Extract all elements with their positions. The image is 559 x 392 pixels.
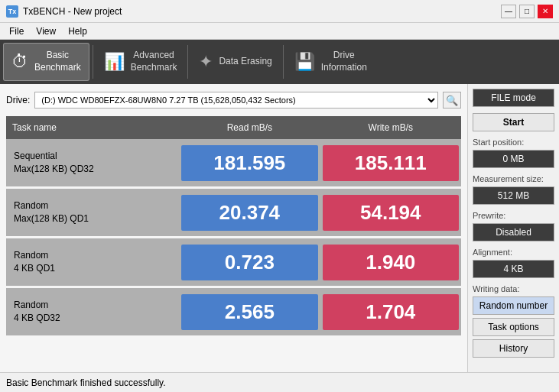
benchmark-table: Task name Read mB/s Write mB/s Sequentia…: [6, 116, 461, 335]
measurement-size-value[interactable]: 512 MB: [473, 186, 554, 205]
toolbar-sep-1: [93, 45, 93, 79]
toolbar-sep-2: [187, 45, 188, 79]
toolbar-drive-information[interactable]: 💾 Drive Information: [287, 43, 375, 81]
write-value: 185.111: [323, 145, 459, 181]
menu-view[interactable]: View: [30, 24, 62, 38]
table-row: Random Max(128 KB) QD120.37454.194: [6, 189, 461, 236]
file-mode-button[interactable]: FILE mode: [473, 89, 554, 107]
table-row: Random 4 KB QD322.5651.704: [6, 288, 461, 335]
read-value: 20.374: [181, 195, 317, 231]
col-header-read: Read mB/s: [179, 116, 320, 139]
read-value-cell: 20.374: [179, 189, 320, 236]
main-content: Drive: (D:) WDC WD80EFZX-68UW8N0 7.27 TB…: [0, 84, 559, 372]
start-button[interactable]: Start: [473, 113, 554, 131]
read-value-cell: 2.565: [179, 288, 320, 335]
write-value: 1.940: [323, 245, 459, 280]
toolbar-advanced-benchmark[interactable]: 📊 Advanced Benchmark: [96, 43, 185, 81]
start-position-label: Start position:: [473, 138, 554, 147]
table-header-row: Task name Read mB/s Write mB/s: [6, 116, 461, 139]
alignment-label: Alignment:: [473, 248, 554, 257]
history-button[interactable]: History: [473, 339, 554, 358]
drive-refresh-button[interactable]: 🔍: [443, 92, 461, 109]
write-value-cell: 1.704: [320, 288, 461, 335]
title-bar-left: Tx TxBENCH - New project: [6, 5, 122, 18]
minimize-button[interactable]: —: [501, 5, 516, 18]
menu-bar: File View Help: [0, 23, 559, 40]
menu-file[interactable]: File: [3, 24, 30, 38]
start-position-value[interactable]: 0 MB: [473, 150, 554, 168]
drive-select[interactable]: (D:) WDC WD80EFZX-68UW8N0 7.27 TB (15,62…: [34, 92, 438, 109]
write-value: 54.194: [323, 195, 459, 231]
close-button[interactable]: ✕: [538, 5, 553, 18]
drive-row: Drive: (D:) WDC WD80EFZX-68UW8N0 7.27 TB…: [6, 90, 461, 110]
left-panel: Drive: (D:) WDC WD80EFZX-68UW8N0 7.27 TB…: [0, 84, 467, 372]
right-panel: FILE mode Start Start position: 0 MB Mea…: [467, 84, 559, 372]
advanced-benchmark-icon: 📊: [104, 52, 125, 72]
writing-data-value[interactable]: Random number: [473, 296, 554, 315]
write-value-cell: 185.111: [320, 139, 461, 186]
read-value: 2.565: [181, 294, 317, 330]
col-header-task: Task name: [6, 116, 179, 139]
read-value-cell: 0.723: [179, 238, 320, 286]
toolbar-basic-benchmark[interactable]: ⏱ Basic Benchmark: [3, 43, 89, 81]
prewrite-value[interactable]: Disabled: [473, 223, 554, 241]
maximize-button[interactable]: □: [519, 5, 535, 18]
drive-information-label: Drive Information: [321, 50, 367, 73]
read-value: 0.723: [181, 245, 317, 280]
alignment-value[interactable]: 4 KB: [473, 260, 554, 278]
task-name-cell: Random 4 KB QD1: [6, 238, 179, 286]
table-row: Sequential Max(128 KB) QD32181.595185.11…: [6, 139, 461, 186]
toolbar: ⏱ Basic Benchmark 📊 Advanced Benchmark ✦…: [0, 40, 559, 84]
title-bar: Tx TxBENCH - New project — □ ✕: [0, 0, 559, 23]
status-message: Basic Benchmark finished successfully.: [6, 377, 166, 388]
measurement-size-label: Measurement size:: [473, 174, 554, 183]
task-options-button[interactable]: Task options: [473, 318, 554, 336]
drive-information-icon: 💾: [294, 52, 315, 72]
toolbar-data-erasing[interactable]: ✦ Data Erasing: [191, 43, 279, 81]
col-header-write: Write mB/s: [320, 116, 461, 139]
toolbar-sep-3: [283, 45, 284, 79]
drive-label: Drive:: [6, 95, 30, 105]
menu-help[interactable]: Help: [62, 24, 93, 38]
write-value-cell: 54.194: [320, 189, 461, 236]
data-erasing-label: Data Erasing: [219, 56, 271, 68]
write-value-cell: 1.940: [320, 238, 461, 286]
app-icon: Tx: [6, 5, 18, 18]
status-bar: Basic Benchmark finished successfully.: [0, 372, 559, 392]
task-name-cell: Random Max(128 KB) QD1: [6, 189, 179, 236]
task-name-cell: Sequential Max(128 KB) QD32: [6, 139, 179, 186]
read-value: 181.595: [181, 145, 317, 181]
basic-benchmark-icon: ⏱: [11, 52, 28, 72]
window-title: TxBENCH - New project: [23, 6, 122, 17]
read-value-cell: 181.595: [179, 139, 320, 186]
task-name-cell: Random 4 KB QD32: [6, 288, 179, 335]
table-row: Random 4 KB QD10.7231.940: [6, 238, 461, 286]
prewrite-label: Prewrite:: [473, 211, 554, 220]
title-bar-controls: — □ ✕: [501, 5, 553, 18]
writing-data-label: Writing data:: [473, 284, 554, 293]
write-value: 1.704: [323, 294, 459, 330]
basic-benchmark-label: Basic Benchmark: [34, 50, 81, 73]
data-erasing-icon: ✦: [199, 52, 213, 72]
advanced-benchmark-label: Advanced Benchmark: [131, 50, 177, 73]
